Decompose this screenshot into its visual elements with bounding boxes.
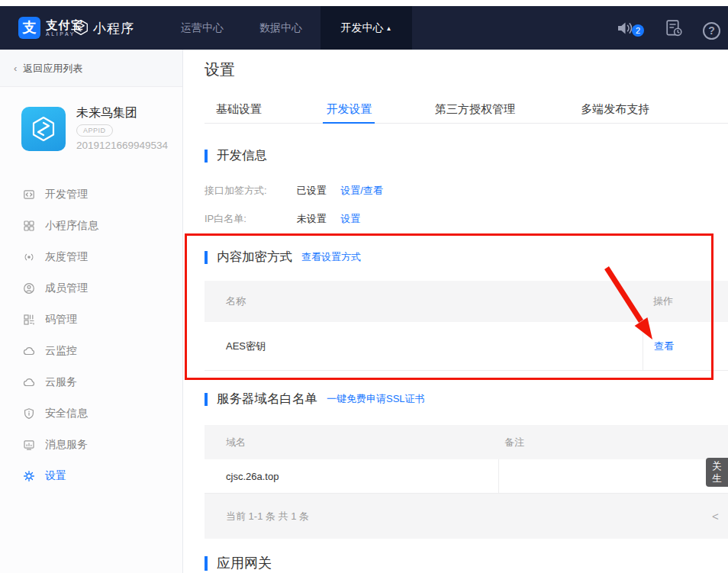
domain-cell: cjsc.26a.top	[205, 459, 498, 493]
tab-multi-platform[interactable]: 多端发布支持	[581, 95, 649, 124]
side-tab-line2: 生	[706, 472, 728, 484]
appid-badge: APPID	[76, 124, 113, 137]
encryption-howto-link[interactable]: 查看设置方式	[301, 250, 361, 264]
sidebar-item-label: 云服务	[45, 375, 77, 389]
nav-operations-center[interactable]: 运营中心	[181, 6, 224, 50]
sidebar-item-message-service[interactable]: 消息服务	[0, 429, 182, 460]
sidebar-item-settings[interactable]: 设置	[0, 460, 182, 491]
domain-whitelist-title: 服务器域名白名单	[217, 391, 317, 407]
sidebar-item-label: 消息服务	[45, 438, 88, 452]
section-marker	[205, 393, 208, 406]
gray-release-icon	[23, 251, 35, 263]
sidebar-item-miniprogram-info[interactable]: 小程序信息	[0, 210, 182, 241]
signing-method-value: 已设置	[297, 185, 327, 196]
settings-tabs: 基础设置 开发设置 第三方授权管理 多端发布支持	[205, 95, 728, 124]
nav-data-center[interactable]: 数据中心	[259, 6, 302, 50]
domain-table-footer: 当前 1-1 条 共 1 条 <	[205, 494, 728, 539]
workorder-document-icon[interactable]	[665, 19, 684, 38]
section-marker	[205, 150, 208, 163]
ip-whitelist-row: IP白名单: 未设置 设置	[205, 212, 360, 226]
cloud-icon	[23, 345, 35, 357]
app-name: 未来鸟集团	[76, 105, 137, 121]
sidebar-item-gray-release[interactable]: 灰度管理	[0, 241, 182, 272]
col-domain: 域名	[205, 436, 498, 449]
encryption-table-header: 名称 操作	[205, 281, 728, 322]
code-icon	[23, 188, 35, 201]
app-hexagon-icon	[30, 115, 57, 143]
gateway-title: 应用网关	[217, 554, 272, 572]
ip-whitelist-link[interactable]: 设置	[340, 213, 360, 224]
encryption-table: 名称 操作 AES密钥 查看	[205, 281, 728, 371]
app-card: 未来鸟集团 APPID 2019121669949534	[0, 87, 182, 168]
shield-icon	[23, 407, 35, 420]
domain-table-header: 域名 备注	[205, 425, 728, 459]
sidebar-item-cloud-monitor[interactable]: 云监控	[0, 335, 182, 366]
aes-view-link[interactable]: 查看	[654, 340, 674, 353]
ssl-cert-link[interactable]: 一键免费申请SSL证书	[327, 392, 425, 406]
col-action: 操作	[643, 295, 728, 308]
side-tab-line1: 关	[706, 460, 728, 472]
aes-key-cell: AES密钥	[205, 322, 643, 370]
back-to-app-list-link[interactable]: ‹返回应用列表	[0, 50, 182, 87]
top-nav-bar: 支 支付宝 ALIPAY 小程序 运营中心 数据中心 开发中心▲ 2	[0, 6, 728, 50]
tab-basic-settings[interactable]: 基础设置	[216, 95, 262, 124]
sidebar-item-label: 设置	[45, 469, 66, 483]
signing-method-row: 接口加签方式: 已设置 设置/查看	[205, 184, 383, 198]
member-icon	[23, 282, 35, 295]
sidebar-item-code-management[interactable]: 码管理	[0, 304, 182, 335]
section-marker	[205, 556, 208, 571]
gear-icon	[23, 470, 35, 482]
floating-side-tab[interactable]: 关 生	[706, 458, 728, 487]
col-name: 名称	[205, 295, 643, 308]
section-marker	[205, 251, 208, 264]
appid-value: 2019121669949534	[76, 140, 168, 151]
app-avatar	[21, 107, 66, 151]
grid-icon	[23, 220, 35, 232]
sidebar-item-label: 小程序信息	[45, 219, 98, 233]
product-name: 小程序	[93, 20, 134, 37]
help-question-icon[interactable]: ?	[703, 22, 720, 40]
nav-dev-center-label: 开发中心	[341, 21, 384, 34]
table-row: cjsc.26a.top	[205, 459, 728, 494]
sidebar-item-label: 灰度管理	[45, 250, 88, 264]
message-monitor-icon	[23, 439, 35, 451]
alipay-logo-icon: 支	[18, 17, 40, 39]
pagination-summary: 当前 1-1 条 共 1 条	[205, 510, 309, 523]
ip-whitelist-label: IP白名单:	[205, 212, 294, 226]
signing-method-link[interactable]: 设置/查看	[340, 185, 383, 196]
sidebar-item-member-management[interactable]: 成员管理	[0, 272, 182, 304]
notification-badge[interactable]: 2	[632, 24, 644, 37]
sidebar-item-label: 码管理	[45, 313, 77, 327]
tab-third-party-auth[interactable]: 第三方授权管理	[435, 95, 515, 124]
sidebar-item-label: 云监控	[45, 344, 77, 358]
sidebar-item-security-info[interactable]: 安全信息	[0, 398, 182, 429]
miniprogram-hexagon-icon	[72, 19, 89, 39]
page-title: 设置	[205, 60, 235, 80]
domain-whitelist-heading: 服务器域名白名单 一键免费申请SSL证书	[205, 391, 425, 407]
sidebar-item-label: 开发管理	[45, 188, 88, 201]
sidebar: ‹返回应用列表 未来鸟集团 APPID 2019121669949534 开发管…	[0, 50, 183, 573]
gateway-heading: 应用网关	[205, 554, 272, 572]
app-window: 支 支付宝 ALIPAY 小程序 运营中心 数据中心 开发中心▲ 2	[0, 0, 728, 573]
col-remark: 备注	[498, 436, 728, 449]
encryption-title: 内容加密方式	[217, 249, 292, 266]
remark-cell	[498, 459, 728, 493]
sidebar-menu: 开发管理 小程序信息 灰度管理 成员管理	[0, 179, 182, 491]
cloud-icon	[23, 376, 35, 388]
caret-up-icon: ▲	[386, 25, 392, 32]
signing-method-label: 接口加签方式:	[205, 184, 294, 198]
sidebar-item-cloud-service[interactable]: 云服务	[0, 366, 182, 398]
tab-dev-settings[interactable]: 开发设置	[323, 95, 375, 124]
sidebar-item-label: 安全信息	[45, 407, 88, 420]
domain-table: 域名 备注 cjsc.26a.top 当前 1-1 条 共 1 条 <	[205, 425, 728, 539]
dev-info-heading: 开发信息	[205, 147, 267, 164]
pagination-prev-icon[interactable]: <	[712, 494, 719, 539]
nav-dev-center[interactable]: 开发中心▲	[321, 6, 412, 50]
table-row: AES密钥 查看	[205, 322, 728, 371]
back-label: 返回应用列表	[23, 63, 82, 74]
sidebar-item-dev-management[interactable]: 开发管理	[0, 179, 182, 210]
qr-code-icon	[23, 314, 35, 326]
sidebar-item-label: 成员管理	[45, 282, 88, 295]
ip-whitelist-value: 未设置	[297, 213, 327, 224]
encryption-heading: 内容加密方式 查看设置方式	[205, 249, 361, 266]
